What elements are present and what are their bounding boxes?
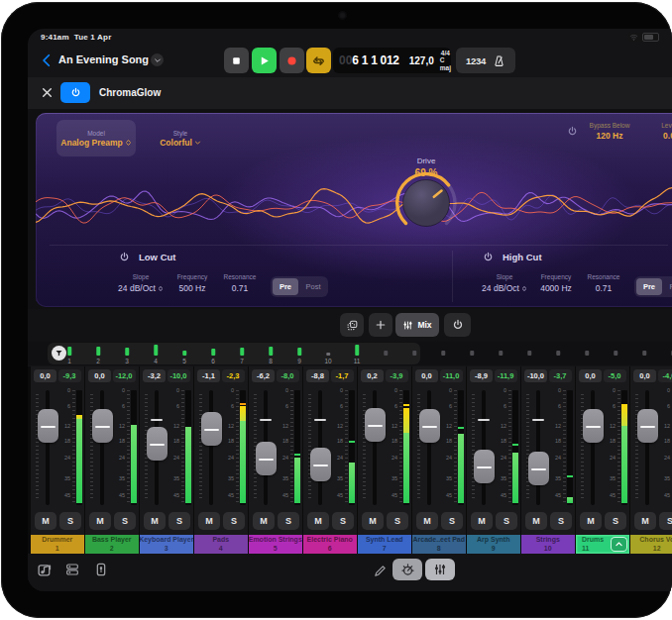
high-cut-resonance[interactable]: Resonance 0.71 <box>574 273 633 293</box>
peak-value[interactable]: -8,0 <box>277 369 299 382</box>
solo-button[interactable]: S <box>441 512 463 530</box>
mute-button[interactable]: M <box>634 512 656 530</box>
overview-strip[interactable] <box>517 343 541 364</box>
track-name-bar[interactable]: Chorus Vo 12 <box>630 535 672 554</box>
mute-button[interactable]: M <box>471 512 493 530</box>
mute-button[interactable]: M <box>580 512 602 530</box>
low-cut-resonance[interactable]: Resonance 0.71 <box>210 273 270 293</box>
mixer-power-button[interactable] <box>444 313 471 337</box>
high-cut-power-icon[interactable] <box>483 252 494 262</box>
low-cut-pre-button[interactable]: Pre <box>273 278 298 295</box>
volume-value[interactable]: -10,0 <box>524 369 547 382</box>
peak-value[interactable]: -11,9 <box>495 369 517 382</box>
volume-value[interactable]: -8,8 <box>306 369 329 382</box>
fader-track[interactable] <box>536 390 540 505</box>
fader-track[interactable] <box>645 390 649 505</box>
overview-strip[interactable]: 3 <box>115 343 139 364</box>
overview-strip[interactable] <box>546 343 570 364</box>
song-title[interactable]: An Evening Song <box>58 53 149 65</box>
solo-button[interactable]: S <box>278 512 299 530</box>
volume-value[interactable]: -8,9 <box>470 369 493 382</box>
overview-strip[interactable]: 7 <box>230 343 254 364</box>
peak-value[interactable]: -3,7 <box>549 369 572 382</box>
fader-track[interactable] <box>482 390 486 505</box>
overview-strip[interactable]: 11 <box>345 343 369 364</box>
fader-handle[interactable] <box>256 442 277 475</box>
plugin-power-button[interactable] <box>60 82 90 103</box>
smart-controls-button[interactable] <box>392 559 422 580</box>
peak-value[interactable]: -12,0 <box>113 369 136 382</box>
track-name-bar[interactable]: Synth Lead 7 <box>358 535 411 554</box>
style-selector[interactable]: Style Colorful <box>143 120 218 156</box>
mute-button[interactable]: M <box>198 512 220 530</box>
overview-strip[interactable]: 2 <box>86 343 110 364</box>
solo-button[interactable]: S <box>332 512 354 530</box>
mute-button[interactable]: M <box>35 512 56 530</box>
cycle-button[interactable] <box>306 48 331 73</box>
peak-value[interactable]: -3,9 <box>386 369 408 382</box>
fader-handle[interactable] <box>637 409 658 443</box>
volume-value[interactable]: 0,0 <box>88 369 111 382</box>
mute-button[interactable]: M <box>416 512 438 530</box>
model-selector[interactable]: Model Analog Preamp <box>56 120 136 156</box>
overview-strip[interactable]: 6 <box>201 343 225 364</box>
peak-value[interactable]: -1,7 <box>331 369 354 382</box>
overview-strip[interactable] <box>632 343 656 364</box>
fader-handle[interactable] <box>474 450 495 483</box>
track-name-bar[interactable]: Drums 11 <box>576 535 629 554</box>
solo-button[interactable]: S <box>496 512 517 530</box>
peak-value[interactable]: -9,3 <box>58 369 81 382</box>
overview-strip[interactable] <box>431 343 455 364</box>
count-in-metronome[interactable]: 1234 <box>456 48 515 73</box>
high-cut-post-button[interactable]: Post <box>664 278 672 295</box>
volume-value[interactable]: -6,2 <box>252 369 275 382</box>
stop-button[interactable] <box>224 48 249 73</box>
volume-value[interactable]: -1,1 <box>197 369 220 382</box>
level-param[interactable]: Level 0.0 <box>644 122 672 141</box>
pencil-icon[interactable] <box>373 564 388 578</box>
back-icon[interactable] <box>40 52 54 69</box>
peak-value[interactable]: -5,0 <box>604 369 626 382</box>
solo-button[interactable]: S <box>223 512 245 530</box>
volume-value[interactable]: 0,0 <box>415 369 438 382</box>
track-name-bar[interactable]: Arp Synth 9 <box>467 535 520 554</box>
low-cut-slope[interactable]: Slope 24 dB/Oct <box>111 273 170 293</box>
track-stack-icon[interactable] <box>64 562 80 577</box>
fader-track[interactable] <box>46 390 50 505</box>
fader-track[interactable] <box>100 390 104 505</box>
low-cut-power-icon[interactable] <box>119 252 130 262</box>
overview-strip[interactable] <box>575 343 599 364</box>
mute-button[interactable]: M <box>89 512 111 530</box>
fader-handle[interactable] <box>583 409 604 443</box>
fader-handle[interactable] <box>147 427 168 461</box>
fader-track[interactable] <box>591 390 595 505</box>
record-button[interactable] <box>280 48 304 73</box>
mute-button[interactable]: M <box>525 512 547 530</box>
track-name-bar[interactable]: Drummer 1 <box>31 535 84 554</box>
track-name-bar[interactable]: Arcade..eet Pad 8 <box>412 535 466 554</box>
overview-strip[interactable]: 5 <box>172 343 196 364</box>
volume-value[interactable]: 0,0 <box>579 369 602 382</box>
solo-button[interactable]: S <box>168 512 190 530</box>
mute-button[interactable]: M <box>144 512 166 530</box>
close-icon[interactable] <box>41 86 54 99</box>
mix-button[interactable]: Mix <box>395 313 439 337</box>
fader-handle[interactable] <box>92 409 113 443</box>
volume-value[interactable]: 0,2 <box>361 369 384 382</box>
fader-track[interactable] <box>427 390 431 505</box>
media-browser-icon[interactable] <box>37 562 54 578</box>
solo-button[interactable]: S <box>59 512 81 530</box>
track-name-bar[interactable]: Pads 4 <box>194 535 248 554</box>
solo-button[interactable]: S <box>114 512 136 530</box>
overview-strip[interactable]: 9 <box>287 343 311 364</box>
metronome-icon[interactable] <box>493 54 505 67</box>
overview-strip[interactable] <box>402 343 426 364</box>
peak-value[interactable]: -4,0 <box>658 369 672 382</box>
solo-button[interactable]: S <box>659 512 672 530</box>
volume-value[interactable]: 0,0 <box>34 369 56 382</box>
high-cut-pre-button[interactable]: Pre <box>636 278 662 295</box>
mute-button[interactable]: M <box>362 512 384 530</box>
bypass-below-param[interactable]: Bypass Below 120 Hz <box>579 122 640 141</box>
bypass-power-icon[interactable] <box>567 126 578 137</box>
add-track-button[interactable] <box>369 313 392 337</box>
